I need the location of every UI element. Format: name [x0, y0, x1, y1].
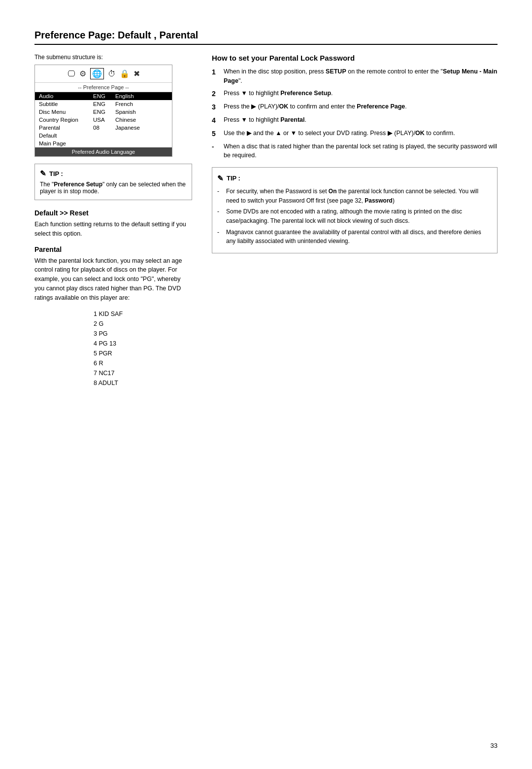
- menu-row-parental: Parental 08 Japanese: [35, 124, 172, 132]
- step-1: 1 When in the disc stop position, press …: [212, 67, 498, 86]
- step-4: 4 Press ▼ to highlight Parental.: [212, 115, 498, 126]
- menu-row-discmenu: Disc Menu ENG Spanish: [35, 108, 172, 116]
- page-title: Preference Page: Default , Parental: [34, 30, 498, 45]
- default-section-body: Each function setting returns to the def…: [34, 220, 192, 239]
- rating-7: 7 NC17: [94, 368, 192, 378]
- rating-8: 8 ADULT: [94, 378, 192, 388]
- submenu-label: The submenu structure is:: [34, 54, 192, 61]
- rating-3: 3 PG: [94, 329, 192, 339]
- icon-lock: 🔒: [120, 69, 130, 78]
- left-tip-title: ✎ TIP :: [40, 169, 187, 178]
- icon-x: ✖: [133, 69, 140, 78]
- ratings-list: 1 KID SAF 2 G 3 PG 4 PG 13 5 PGR 6 R 7 N…: [94, 309, 192, 388]
- menu-row-country: Country Region USA Chinese: [35, 116, 172, 124]
- rating-4: 4 PG 13: [94, 339, 192, 349]
- menu-row-mainpage: Main Page: [35, 140, 172, 147]
- right-section-title: How to set your Parental Lock Password: [212, 54, 498, 62]
- tip-icon-left: ✎: [40, 169, 46, 178]
- icon-globe: 🌐: [90, 68, 104, 79]
- right-tip-title: ✎ TIP :: [217, 173, 492, 184]
- left-tip-body: The "Preference Setup" only can be selec…: [40, 181, 187, 195]
- step-note: - When a disc that is rated higher than …: [212, 142, 498, 161]
- parental-section-title: Parental: [34, 245, 192, 253]
- menu-box: 🖵 ⚙ 🌐 ⏱ 🔒 ✖ -- Preference Page -- Audio …: [34, 65, 172, 157]
- menu-row-audio: Audio ENG English: [35, 92, 172, 100]
- menu-footer: Preferred Audio Language: [35, 147, 172, 156]
- icon-display: 🖵: [67, 70, 75, 78]
- step-5: 5 Use the ▶ and the ▲ or ▼ to select you…: [212, 129, 498, 139]
- right-tip-bullet-3: - Magnavox cannot guarantee the availabi…: [217, 228, 492, 246]
- tip-icon-right: ✎: [217, 173, 224, 184]
- default-section-title: Default >> Reset: [34, 209, 192, 217]
- rating-6: 6 R: [94, 358, 192, 368]
- menu-row-subtitle: Subtitle ENG French: [35, 100, 172, 108]
- rating-1: 1 KID SAF: [94, 309, 192, 319]
- steps-list: 1 When in the disc stop position, press …: [212, 67, 498, 160]
- step-2: 2 Press ▼ to highlight Preference Setup.: [212, 89, 498, 99]
- menu-row-label-audio: Audio: [39, 93, 93, 99]
- menu-icons-row: 🖵 ⚙ 🌐 ⏱ 🔒 ✖: [35, 65, 172, 83]
- rating-2: 2 G: [94, 319, 192, 329]
- menu-header: -- Preference Page --: [35, 83, 172, 92]
- menu-row-col2-audio: English: [115, 93, 168, 99]
- parental-section-body: With the parental lock function, you may…: [34, 256, 192, 303]
- right-tip-bullet-1: - For security, when the Password is set…: [217, 187, 492, 205]
- left-tip-box: ✎ TIP : The "Preference Setup" only can …: [34, 164, 192, 200]
- right-tip-box: ✎ TIP : - For security, when the Passwor…: [212, 167, 498, 253]
- page-number: 33: [491, 742, 498, 749]
- right-tip-bullet-2: - Some DVDs are not encoded with a ratin…: [217, 207, 492, 225]
- step-3: 3 Press the ▶ (PLAY)/OK to confirm and e…: [212, 102, 498, 112]
- icon-clock: ⏱: [108, 70, 116, 78]
- icon-settings: ⚙: [79, 69, 86, 78]
- menu-row-default: Default: [35, 132, 172, 140]
- menu-row-col1-audio: ENG: [93, 93, 115, 99]
- rating-5: 5 PGR: [94, 349, 192, 358]
